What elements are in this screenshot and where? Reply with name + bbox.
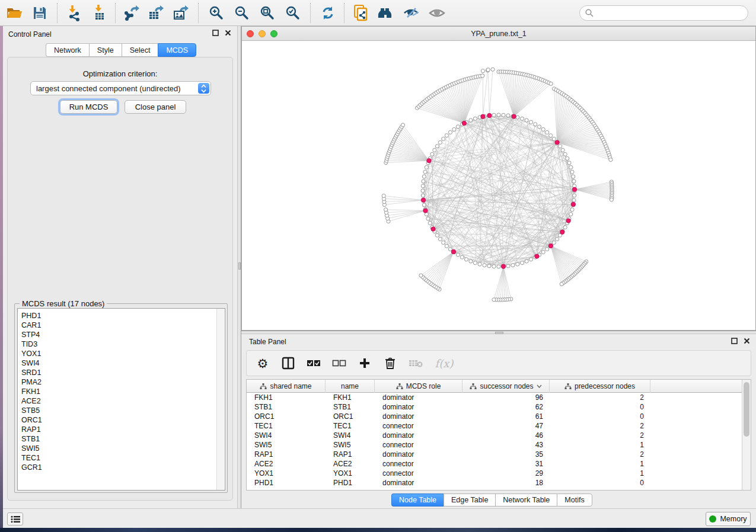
mcds-result-item[interactable]: SWI4 [21,358,225,368]
column-type-icon [564,383,572,389]
search-input[interactable] [579,5,748,21]
mcds-result-item[interactable]: STB5 [21,406,225,415]
memory-status-icon [709,515,716,523]
tab-style[interactable]: Style [89,43,122,57]
mcds-result-item[interactable]: STB1 [21,434,225,444]
tab-select[interactable]: Select [122,43,158,57]
vertical-splitter[interactable] [237,26,241,508]
table-row[interactable]: PHD1PHD1dominator180 [247,478,742,488]
mcds-result-item[interactable]: GCR1 [21,463,225,472]
tab-edge-table[interactable]: Edge Table [444,493,495,507]
table-row[interactable]: SWI5SWI5connector431 [247,440,742,450]
mcds-tab-content: Optimization criterion: largest connecte… [7,57,233,501]
mcds-result-item[interactable]: FKH1 [21,387,225,396]
column-header-MCDS-role[interactable]: MCDS role [375,380,462,393]
tab-network[interactable]: Network [46,43,89,57]
table-cell: 2 [550,431,650,440]
mcds-result-item[interactable]: CAR1 [21,321,225,330]
zoom-out-icon[interactable] [232,4,252,23]
close-panel-icon[interactable] [744,338,750,344]
table-row[interactable]: ORC1ORC1dominator610 [247,412,742,421]
scrollbar-thumb[interactable] [744,382,749,437]
column-header-shared-name[interactable]: shared name [247,380,326,393]
control-panel-title: Control Panel [8,30,52,39]
mcds-result-item[interactable]: YOX1 [21,349,225,358]
export-table-icon[interactable] [146,4,166,23]
column-view-icon[interactable] [280,355,296,371]
save-session-icon[interactable] [30,4,50,23]
import-network-icon[interactable] [64,4,84,23]
table-row[interactable]: YOX1YOX1connector291 [247,469,742,478]
select-all-icon[interactable] [306,355,321,371]
toolbar-separator [115,3,116,23]
mcds-result-item[interactable]: PHD1 [21,311,225,321]
table-cell: dominator [375,403,462,411]
add-column-icon[interactable] [357,355,372,371]
tab-mcds[interactable]: MCDS [158,43,196,57]
delete-column-icon[interactable] [408,355,423,371]
hide-analyzer-icon[interactable] [401,4,422,23]
table-cell: dominator [375,431,462,440]
import-table-icon[interactable] [89,4,109,23]
mcds-result-item[interactable]: RAP1 [21,425,225,434]
table-row[interactable]: ACE2ACE2connector311 [247,459,742,469]
search-network-icon[interactable] [376,4,396,23]
zoom-fit-icon[interactable] [257,4,277,23]
close-panel-button[interactable]: Close panel [125,100,186,114]
table-row[interactable]: SWI4SWI4dominator462 [247,431,742,440]
mcds-result-item[interactable]: ORC1 [21,415,225,425]
float-panel-icon[interactable] [731,338,738,344]
close-panel-icon[interactable] [225,30,231,36]
float-panel-icon[interactable] [212,30,219,36]
table-cell: 0 [550,412,650,421]
run-mcds-button[interactable]: Run MCDS [60,100,117,114]
column-header-name[interactable]: name [326,380,375,393]
table-cell: PHD1 [326,479,375,487]
mcds-result-item[interactable]: TEC1 [21,453,225,463]
zoom-selected-icon[interactable] [283,4,303,23]
optimization-select[interactable]: largest connected component (undirected) [30,81,211,95]
mcds-result-item[interactable]: SRD1 [21,368,225,377]
memory-button[interactable]: Memory [706,512,751,526]
open-file-icon[interactable] [5,4,25,23]
tab-network-table[interactable]: Network Table [495,493,557,507]
table-row[interactable]: STB1STB1dominator620 [247,402,742,412]
tab-motifs[interactable]: Motifs [557,493,592,507]
function-builder-icon[interactable]: f(x) [433,355,455,371]
refresh-icon[interactable] [318,4,338,23]
table-row[interactable]: RAP1RAP1dominator352 [247,450,742,459]
deselect-all-icon[interactable] [331,355,347,371]
column-header-predecessor-nodes[interactable]: predecessor nodes [550,380,650,393]
settings-gear-icon[interactable]: ⚙ [255,355,270,371]
mcds-result-title: MCDS result (17 nodes) [20,299,107,308]
table-cell: RAP1 [326,450,375,459]
mcds-result-item[interactable]: PMA2 [21,377,225,387]
delete-rows-icon[interactable] [382,355,398,371]
toolbar-separator [344,3,344,23]
network-window-titlebar[interactable]: YPA_prune.txt_1 [242,27,755,41]
control-panel-tabs: NetworkStyleSelectMCDS [46,43,196,57]
network-clone-icon[interactable] [351,4,371,23]
export-network-icon[interactable] [121,4,141,23]
table-row[interactable]: FKH1FKH1dominator962 [247,393,742,402]
mcds-result-list[interactable]: PHD1CAR1STP4TID3YOX1SWI4SRD1PMA2FKH1ACE2… [17,308,225,491]
tab-node-table[interactable]: Node Table [391,493,444,507]
mcds-result-item[interactable]: ACE2 [21,396,225,406]
task-history-button[interactable] [7,512,23,525]
table-scrollbar[interactable] [742,380,751,490]
toolbar-separator [57,3,58,23]
toolbar-separator [198,3,199,23]
mcds-list-scrollbar[interactable] [216,309,224,490]
table-cell: ACE2 [326,460,375,468]
export-image-icon[interactable] [171,4,191,23]
show-graphics-icon[interactable] [427,4,447,23]
mcds-result-item[interactable]: STP4 [21,330,225,339]
table-row[interactable]: TEC1TEC1connector472 [247,421,742,431]
splitter-grip[interactable] [238,262,241,270]
network-canvas[interactable] [242,41,755,330]
mcds-result-item[interactable]: SWI5 [21,444,225,453]
zoom-in-icon[interactable] [206,4,227,23]
mcds-result-item[interactable]: TID3 [21,339,225,349]
network-graph[interactable] [242,41,755,330]
column-header-successor-nodes[interactable]: successor nodes [462,380,550,393]
